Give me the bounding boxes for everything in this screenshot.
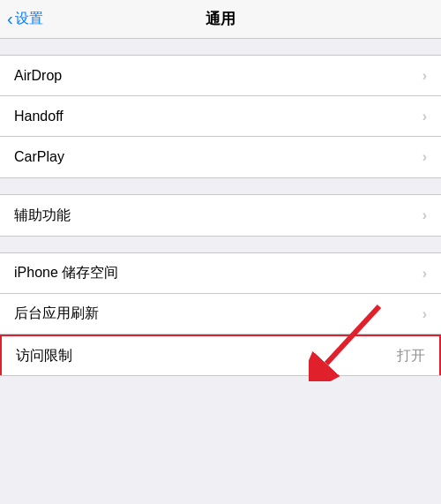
restrictions-value: 打开 [397, 347, 425, 365]
carplay-chevron-icon: › [422, 149, 427, 165]
handoff-row[interactable]: Handoff › [0, 96, 441, 137]
handoff-label: Handoff [14, 109, 64, 124]
handoff-chevron-icon: › [422, 109, 427, 124]
handoff-right: › [422, 109, 427, 124]
accessibility-row[interactable]: 辅助功能 › [0, 195, 441, 236]
background-refresh-right: › [422, 306, 427, 322]
background-refresh-label: 后台应用刷新 [14, 305, 99, 323]
restrictions-row[interactable]: 访问限制 打开 [0, 335, 441, 375]
carplay-row[interactable]: CarPlay › [0, 137, 441, 177]
settings-group-3: iPhone 储存空间 › 后台应用刷新 › 访问限制 打开 [0, 252, 441, 376]
accessibility-label: 辅助功能 [14, 207, 71, 225]
background-refresh-row[interactable]: 后台应用刷新 › [0, 294, 441, 335]
airdrop-right: › [422, 68, 427, 84]
settings-group-2: 辅助功能 › [0, 194, 441, 237]
iphone-storage-right: › [422, 266, 427, 282]
restrictions-label: 访问限制 [16, 347, 72, 365]
accessibility-right: › [422, 207, 427, 223]
carplay-label: CarPlay [14, 149, 64, 165]
iphone-storage-row[interactable]: iPhone 储存空间 › [0, 253, 441, 294]
restrictions-right: 打开 [397, 347, 425, 365]
iphone-storage-label: iPhone 储存空间 [14, 264, 118, 282]
navigation-bar: ‹ 设置 通用 [0, 0, 441, 39]
back-label: 设置 [15, 10, 43, 28]
last-group-wrapper: iPhone 储存空间 › 后台应用刷新 › 访问限制 打开 [0, 252, 441, 376]
settings-group-1: AirDrop › Handoff › CarPlay › [0, 55, 441, 178]
airdrop-row[interactable]: AirDrop › [0, 56, 441, 96]
back-button[interactable]: ‹ 设置 [7, 9, 43, 29]
back-chevron-icon: ‹ [7, 9, 13, 29]
carplay-right: › [422, 149, 427, 165]
page-title: 通用 [206, 9, 235, 29]
background-refresh-chevron-icon: › [422, 306, 427, 322]
airdrop-label: AirDrop [14, 68, 62, 84]
iphone-storage-chevron-icon: › [422, 266, 427, 282]
airdrop-chevron-icon: › [422, 68, 427, 84]
accessibility-chevron-icon: › [422, 207, 427, 223]
